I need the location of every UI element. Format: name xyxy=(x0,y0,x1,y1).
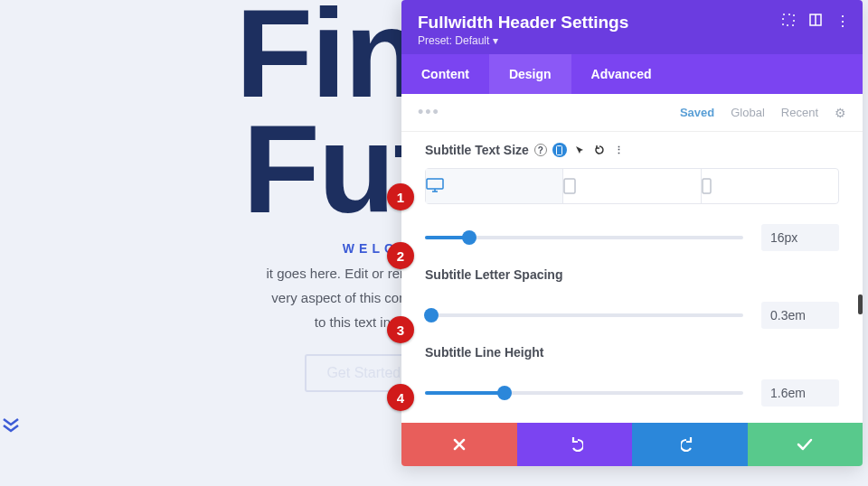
line-height-value[interactable]: 1.6em xyxy=(761,379,839,407)
subtab-saved[interactable]: Saved xyxy=(680,106,714,119)
subtab-recent[interactable]: Recent xyxy=(781,106,818,119)
text-size-control: 16px xyxy=(425,224,839,251)
save-button[interactable] xyxy=(748,423,863,466)
kebab-menu-icon[interactable]: ⋮ xyxy=(835,13,850,30)
scrollbar-thumb[interactable] xyxy=(858,294,863,314)
panel-body[interactable]: Subtitle Text Size ? ⋮ xyxy=(401,132,863,423)
subtitle-text-size-label[interactable]: Subtitle Text Size ? ⋮ xyxy=(425,143,839,157)
tab-design[interactable]: Design xyxy=(489,54,571,94)
line-height-label[interactable]: Subtitle Line Height xyxy=(425,345,839,360)
panel-header-actions: ⋮ xyxy=(781,13,850,30)
undo-button[interactable] xyxy=(517,423,633,466)
line-height-control: 1.6em xyxy=(425,379,839,407)
reset-icon[interactable] xyxy=(592,143,607,157)
panel-header: Fullwidth Header Settings Preset: Defaul… xyxy=(401,0,863,54)
phone-preview-icon[interactable] xyxy=(552,143,567,157)
preset-dropdown[interactable]: Preset: Default ▾ xyxy=(418,34,846,47)
panel-tabs: Content Design Advanced xyxy=(401,54,863,94)
text-size-value[interactable]: 16px xyxy=(761,224,839,251)
more-icon[interactable]: ⋮ xyxy=(612,143,627,157)
tab-advanced[interactable]: Advanced xyxy=(571,54,672,94)
subtab-global[interactable]: Global xyxy=(731,106,765,119)
responsive-device-tabs xyxy=(425,168,839,204)
snap-icon[interactable] xyxy=(808,13,823,30)
letter-spacing-value[interactable]: 0.3em xyxy=(761,302,839,329)
device-desktop[interactable] xyxy=(426,169,563,203)
svg-rect-4 xyxy=(427,179,443,189)
device-tablet[interactable] xyxy=(563,169,701,203)
tab-content[interactable]: Content xyxy=(401,54,489,94)
annotation-marker-1: 1 xyxy=(387,183,414,210)
redo-button[interactable] xyxy=(632,423,748,466)
annotation-marker-3: 3 xyxy=(387,316,414,343)
text-size-slider[interactable] xyxy=(425,236,743,239)
svg-rect-3 xyxy=(557,145,562,154)
hover-icon[interactable] xyxy=(572,143,587,157)
panel-footer xyxy=(401,423,863,466)
svg-rect-5 xyxy=(564,179,575,193)
letter-spacing-label[interactable]: Subtitle Letter Spacing xyxy=(425,267,839,282)
annotation-marker-4: 4 xyxy=(387,384,414,411)
device-phone[interactable] xyxy=(702,169,838,203)
cancel-button[interactable] xyxy=(401,423,517,466)
panel-subtabs: ••• Saved Global Recent ⚙ xyxy=(401,94,863,132)
settings-panel[interactable]: Fullwidth Header Settings Preset: Defaul… xyxy=(401,0,863,466)
gear-icon[interactable]: ⚙ xyxy=(835,106,846,120)
help-icon[interactable]: ? xyxy=(534,144,547,156)
expand-icon[interactable] xyxy=(781,13,796,30)
annotation-marker-2: 2 xyxy=(387,242,414,269)
drag-handle-icon[interactable]: ••• xyxy=(418,103,440,122)
svg-rect-6 xyxy=(703,179,711,193)
svg-rect-0 xyxy=(783,14,794,25)
letter-spacing-slider[interactable] xyxy=(425,313,743,317)
letter-spacing-control: 0.3em xyxy=(425,302,839,329)
line-height-slider[interactable] xyxy=(425,391,743,395)
chevron-down-icon: ▾ xyxy=(493,34,498,47)
